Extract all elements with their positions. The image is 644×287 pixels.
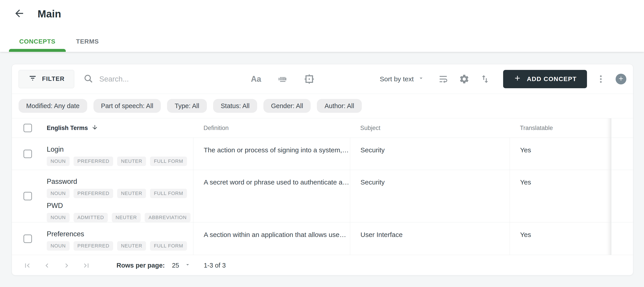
term-tag: FULL FORM — [150, 157, 187, 166]
rows-per-page-select[interactable]: 25 — [172, 262, 191, 269]
translatable-cell: Yes — [510, 170, 611, 222]
chip-author[interactable]: Author: All — [317, 99, 362, 113]
term-text: Login — [47, 145, 186, 154]
previous-page-button[interactable] — [43, 261, 51, 270]
view-controls — [438, 74, 490, 84]
term-tag: NOUN — [47, 213, 70, 222]
chip-part-of-speech[interactable]: Part of speech: All — [94, 99, 161, 113]
select-all-checkbox[interactable] — [24, 124, 32, 132]
table-row-preferences[interactable]: Preferences NOUN PREFERRED NEUTER FULL F… — [12, 222, 633, 255]
caret-down-icon — [184, 262, 191, 269]
term-tag: FULL FORM — [150, 241, 187, 251]
term-tag: NEUTER — [112, 213, 141, 222]
table-row-password[interactable]: Password NOUN PREFERRED NEUTER FULL FORM… — [12, 170, 633, 222]
term-tag: NOUN — [47, 189, 70, 198]
definition-cell: A section within an application that all… — [193, 223, 350, 255]
row-checkbox[interactable] — [24, 150, 32, 158]
table-row-login[interactable]: Login NOUN PREFERRED NEUTER FULL FORM Th… — [12, 138, 633, 170]
term-tag: NEUTER — [117, 241, 146, 251]
search-icon — [83, 73, 94, 85]
filter-button[interactable]: FILTER — [18, 70, 74, 88]
term-tag: NEUTER — [117, 157, 146, 166]
plus-icon — [514, 74, 522, 84]
add-concept-label: ADD CONCEPT — [527, 75, 577, 83]
page-title: Main — [38, 8, 61, 20]
search-options: Aa — [251, 73, 315, 85]
term-tag: PREFERRED — [74, 241, 113, 251]
back-button[interactable] — [13, 7, 26, 20]
plus-circle-icon — [618, 75, 624, 83]
term-tag: NOUN — [47, 157, 70, 166]
term-text: Preferences — [47, 230, 186, 239]
chip-type[interactable]: Type: All — [167, 99, 207, 113]
term-tag: ABBREVIATION — [145, 213, 190, 222]
chip-modified[interactable]: Modified: Any date — [18, 99, 87, 113]
column-header-english-terms[interactable]: English Terms — [33, 118, 193, 138]
filter-button-label: FILTER — [42, 75, 64, 82]
settings-gear-icon[interactable] — [459, 74, 470, 84]
subject-cell: Security — [350, 170, 510, 222]
term-bars-icon[interactable] — [277, 74, 288, 84]
column-header-translatable: Translatable — [510, 118, 611, 138]
wrap-text-icon[interactable] — [438, 74, 448, 84]
subject-cell: Security — [350, 138, 510, 170]
chip-gender[interactable]: Gender: All — [264, 99, 310, 113]
subject-cell: User Interface — [350, 223, 510, 255]
sort-by-label: Sort by text — [380, 75, 414, 83]
column-header-definition: Definition — [193, 118, 350, 138]
add-concept-button[interactable]: ADD CONCEPT — [503, 70, 587, 88]
filter-icon — [28, 74, 37, 84]
concepts-table: English Terms Definition Subject Transla… — [12, 118, 633, 276]
search-input[interactable] — [99, 75, 238, 83]
rows-per-page-label: Rows per page: — [116, 262, 165, 269]
tab-terms[interactable]: TERMS — [66, 38, 109, 52]
arrow-left-icon — [14, 7, 25, 20]
row-checkbox[interactable] — [24, 192, 32, 200]
term-tag: PREFERRED — [74, 157, 113, 166]
import-export-icon[interactable] — [480, 74, 490, 84]
pagination-range: 1-3 of 3 — [204, 262, 226, 269]
translatable-cell: Yes — [510, 223, 611, 255]
chip-status[interactable]: Status: All — [213, 99, 257, 113]
sort-arrow-down-icon — [92, 124, 98, 132]
term-text: PWD — [47, 201, 186, 210]
toolbar: FILTER Aa Sort by text — [12, 64, 633, 94]
pagination-bar: Rows per page: 25 1-3 of 3 — [12, 255, 633, 276]
sort-by-dropdown[interactable]: Sort by text — [380, 75, 424, 83]
first-page-button[interactable] — [23, 261, 32, 270]
translatable-cell: Yes — [510, 138, 611, 170]
tab-bar: CONCEPTS TERMS — [9, 38, 109, 52]
term-text: Password — [47, 177, 186, 186]
term-tag: NEUTER — [117, 189, 146, 198]
definition-cell: A secret word or phrase used to authenti… — [193, 170, 350, 222]
definition-cell: The action or process of signing into a … — [193, 138, 350, 170]
tab-concepts[interactable]: CONCEPTS — [9, 38, 66, 52]
row-checkbox[interactable] — [24, 235, 32, 243]
last-page-button[interactable] — [82, 261, 90, 270]
quick-add-button[interactable] — [616, 74, 626, 84]
concepts-card: FILTER Aa Sort by text — [12, 64, 633, 276]
table-header-row: English Terms Definition Subject Transla… — [12, 118, 633, 138]
page-header: Main CONCEPTS TERMS — [0, 0, 644, 52]
more-options-kebab-icon[interactable] — [596, 74, 606, 84]
filter-chip-row: Modified: Any date Part of speech: All T… — [12, 94, 633, 118]
exact-match-icon[interactable] — [304, 73, 315, 85]
column-header-subject: Subject — [350, 118, 510, 138]
next-page-button[interactable] — [62, 261, 71, 270]
term-tag: FULL FORM — [150, 189, 187, 198]
term-tag: PREFERRED — [74, 189, 113, 198]
caret-down-icon — [418, 75, 424, 83]
match-case-toggle[interactable]: Aa — [251, 74, 261, 84]
search-box — [83, 73, 251, 85]
term-tag: ADMITTED — [74, 213, 108, 222]
term-tag: NOUN — [47, 241, 70, 251]
